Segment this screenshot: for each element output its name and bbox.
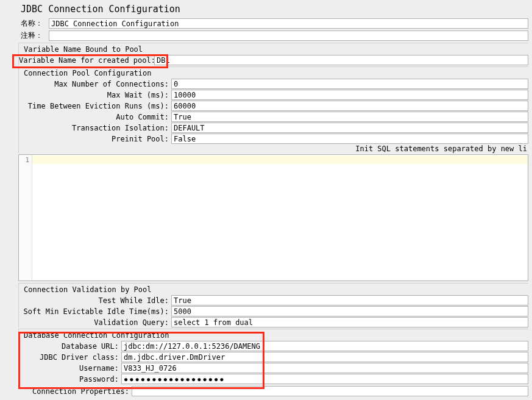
comment-label: 注释： xyxy=(21,30,49,41)
tx-iso-label: Transaction Isolation: xyxy=(19,124,171,132)
test-idle-input[interactable] xyxy=(171,295,528,305)
init-sql-editor[interactable]: 1 xyxy=(18,154,528,281)
preinit-input[interactable] xyxy=(171,134,528,144)
panel-title: JDBC Connection Configuration xyxy=(4,2,528,18)
name-input[interactable] xyxy=(49,18,528,29)
evict-input[interactable] xyxy=(171,101,528,111)
val-query-input[interactable] xyxy=(171,317,528,327)
editor-gutter: 1 xyxy=(19,155,32,280)
section-conn-props: Connection Properties: xyxy=(18,385,528,396)
max-conn-label: Max Number of Connections: xyxy=(19,80,171,88)
driver-input[interactable] xyxy=(121,352,528,362)
evict-label: Time Between Eviction Runs (ms): xyxy=(19,102,171,110)
section-variable-name: Variable Name Bound to Pool Variable Nam… xyxy=(18,43,528,65)
username-label: Username: xyxy=(19,364,121,373)
name-row: 名称： xyxy=(4,18,528,29)
val-query-label: Validation Query: xyxy=(19,318,171,327)
var-name-row: Variable Name for created pool: xyxy=(19,55,528,65)
name-label: 名称： xyxy=(21,18,49,29)
db-url-label: Database URL: xyxy=(19,342,121,351)
password-input[interactable] xyxy=(121,374,528,384)
init-sql-hint: Init SQL statements separated by new li xyxy=(19,145,528,153)
jdbc-config-panel: JDBC Connection Configuration 名称： 注释： Va… xyxy=(0,0,532,396)
soft-min-input[interactable] xyxy=(171,306,528,316)
section-conn-pool-title: Connection Pool Configuration xyxy=(19,68,528,79)
section-db-conn-title: Database Connection Configuration xyxy=(19,330,528,341)
db-url-input[interactable] xyxy=(121,341,528,351)
editor-current-line[interactable] xyxy=(32,155,528,164)
preinit-label: Preinit Pool: xyxy=(19,135,171,143)
var-name-label: Variable Name for created pool: xyxy=(19,56,154,65)
auto-commit-label: Auto Commit: xyxy=(19,113,171,121)
section-db-conn: Database Connection Configuration Databa… xyxy=(18,329,528,384)
max-conn-input[interactable] xyxy=(171,79,528,89)
section-validation-title: Connection Validation by Pool xyxy=(19,284,528,295)
soft-min-label: Soft Min Evictable Idle Time(ms): xyxy=(19,307,171,316)
section-variable-name-title: Variable Name Bound to Pool xyxy=(19,44,528,55)
max-wait-input[interactable] xyxy=(171,90,528,100)
driver-label: JDBC Driver class: xyxy=(19,353,121,362)
section-validation: Connection Validation by Pool Test While… xyxy=(18,283,528,327)
username-input[interactable] xyxy=(121,363,528,373)
conn-props-label: Connection Properties: xyxy=(18,387,132,396)
max-wait-label: Max Wait (ms): xyxy=(19,91,171,99)
comment-row: 注释： xyxy=(4,30,528,41)
section-conn-pool: Connection Pool Configuration Max Number… xyxy=(18,66,528,153)
auto-commit-input[interactable] xyxy=(171,112,528,122)
password-label: Password: xyxy=(19,375,121,384)
var-name-input[interactable] xyxy=(154,55,528,65)
test-idle-label: Test While Idle: xyxy=(19,296,171,305)
conn-props-input[interactable] xyxy=(132,386,528,396)
editor-line-number: 1 xyxy=(25,156,29,164)
comment-input[interactable] xyxy=(49,30,528,41)
tx-iso-input[interactable] xyxy=(171,123,528,133)
